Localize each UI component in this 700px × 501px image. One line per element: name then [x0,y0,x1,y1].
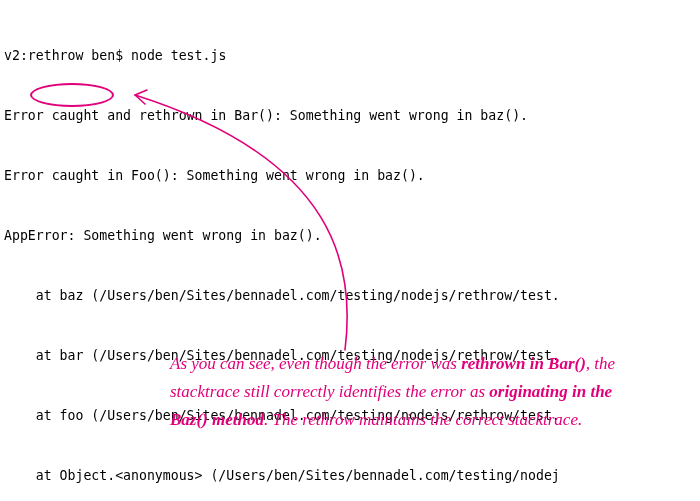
stack-at-baz: at baz ( [36,288,100,303]
annotation-text: As you can see, even though the error wa… [170,350,640,434]
prompt-prefix: v2:rethrow ben$ [4,48,131,63]
command-text: node test.js [131,48,226,63]
stack-line-baz: at baz (/Users/ben/Sites/bennadel.com/te… [4,286,696,306]
output-line: Error caught in Foo(): Something went wr… [4,166,696,186]
prompt-line-1: v2:rethrow ben$ node test.js [4,46,696,66]
note-bold-segment: rethrown in Bar() [461,354,586,373]
output-line: AppError: Something went wrong in baz(). [4,226,696,246]
note-segment: . The rethrow maintains the correct stac… [264,410,582,429]
stack-path: /Users/ben/Sites/bennadel.com/testing/no… [99,288,560,303]
note-segment: As you can see, even though the error wa… [170,354,461,373]
stack-line: at Object.<anonymous> (/Users/ben/Sites/… [4,466,696,486]
output-line: Error caught and rethrown in Bar(): Some… [4,106,696,126]
